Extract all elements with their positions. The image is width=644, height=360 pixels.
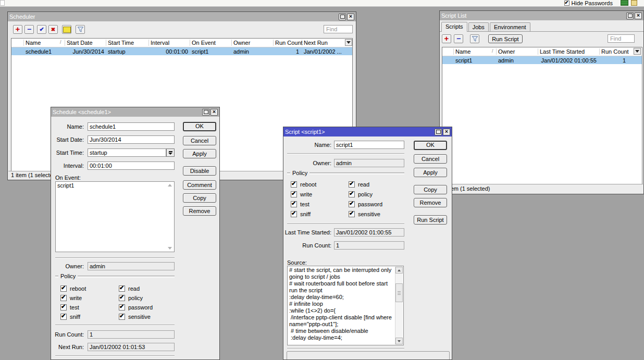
- name-field[interactable]: schedule1: [88, 122, 175, 131]
- close-button[interactable]: [347, 14, 354, 20]
- remove-button[interactable]: Remove: [183, 206, 216, 216]
- add-button[interactable]: [13, 25, 22, 34]
- add-button[interactable]: [442, 34, 451, 43]
- start-date-field[interactable]: Jun/30/2014: [88, 135, 175, 144]
- policy-checkbox-reboot[interactable]: reboot: [60, 285, 86, 292]
- checkbox-checked-icon[interactable]: [119, 314, 125, 320]
- close-button[interactable]: [210, 109, 218, 116]
- run-script-button[interactable]: Run Script: [414, 215, 447, 225]
- column-header-name[interactable]: Name: [455, 48, 470, 55]
- checkbox-checked-icon[interactable]: [291, 191, 297, 197]
- scrollbar-thumb[interactable]: [395, 283, 403, 302]
- disable-button[interactable]: [48, 25, 58, 34]
- policy-checkbox-read[interactable]: read: [119, 285, 140, 292]
- policy-checkbox-test[interactable]: test: [291, 201, 309, 207]
- policy-checkbox-sniff[interactable]: sniff: [60, 313, 80, 320]
- scheduler-titlebar[interactable]: Scheduler: [8, 12, 356, 21]
- script-dialog-titlebar[interactable]: Script <script1>: [283, 127, 452, 136]
- filter-button[interactable]: [76, 25, 85, 34]
- policy-checkbox-test[interactable]: test: [60, 304, 79, 311]
- checkbox-checked-icon[interactable]: [119, 295, 125, 301]
- policy-checkbox-policy[interactable]: policy: [119, 294, 143, 301]
- tab-environment[interactable]: Environment: [490, 22, 530, 31]
- tab-scripts[interactable]: Scripts: [441, 22, 467, 32]
- checkbox-checked-icon[interactable]: [349, 211, 355, 217]
- disable-button[interactable]: Disable: [183, 166, 216, 176]
- script-list-titlebar[interactable]: Script List: [440, 11, 643, 20]
- on-event-textarea[interactable]: script1: [55, 181, 175, 252]
- cancel-button[interactable]: Cancel: [183, 136, 216, 145]
- scroll-down-button[interactable]: [395, 338, 403, 344]
- policy-checkbox-read[interactable]: read: [349, 181, 369, 188]
- column-header-name[interactable]: Name: [26, 40, 41, 46]
- column-header-next-run[interactable]: Next Run: [304, 40, 328, 46]
- policy-checkbox-password[interactable]: password: [349, 201, 382, 207]
- ok-button[interactable]: OK: [414, 141, 447, 150]
- enable-button[interactable]: [37, 25, 46, 34]
- lock-icon[interactable]: [631, 0, 637, 6]
- find-input[interactable]: [324, 25, 353, 33]
- checkbox-checked-icon[interactable]: [349, 191, 355, 197]
- remove-button[interactable]: [24, 25, 34, 34]
- policy-checkbox-write[interactable]: write: [291, 191, 312, 197]
- checkbox-checked-icon[interactable]: [60, 285, 67, 292]
- apply-button[interactable]: Apply: [414, 168, 447, 177]
- column-header-run-count[interactable]: Run Count: [275, 40, 303, 46]
- close-button[interactable]: [635, 13, 642, 19]
- hide-passwords-checkbox[interactable]: [564, 1, 569, 6]
- ok-button[interactable]: OK: [183, 122, 216, 131]
- comment-button[interactable]: [62, 25, 71, 34]
- checkbox-checked-icon[interactable]: [349, 181, 355, 188]
- column-chooser-button[interactable]: [634, 48, 641, 55]
- remove-button[interactable]: [454, 34, 463, 43]
- schedule-dialog-titlebar[interactable]: Schedule <schedule1>: [51, 107, 219, 117]
- maximize-button[interactable]: [202, 109, 209, 116]
- policy-checkbox-sensitive[interactable]: sensitive: [119, 313, 151, 320]
- checkbox-checked-icon[interactable]: [119, 285, 125, 292]
- policy-checkbox-write[interactable]: write: [60, 294, 82, 301]
- policy-checkbox-sensitive[interactable]: sensitive: [349, 210, 380, 217]
- copy-button[interactable]: Copy: [183, 193, 216, 203]
- filter-button[interactable]: [470, 34, 479, 43]
- name-field[interactable]: script1: [334, 141, 404, 149]
- comment-button[interactable]: Comment: [183, 180, 216, 190]
- scroll-up-button[interactable]: [395, 267, 403, 274]
- checkbox-checked-icon[interactable]: [349, 201, 355, 207]
- cancel-button[interactable]: Cancel: [414, 154, 447, 164]
- scroll-up-icon[interactable]: [168, 184, 172, 187]
- maximize-button[interactable]: [339, 14, 346, 20]
- start-time-field[interactable]: startup: [88, 148, 166, 157]
- checkbox-checked-icon[interactable]: [291, 211, 297, 217]
- maximize-button[interactable]: [435, 129, 442, 135]
- column-header-start-date[interactable]: Start Date: [67, 40, 93, 46]
- column-header-last-time-started[interactable]: Last Time Started: [540, 48, 585, 55]
- column-header-owner[interactable]: Owner: [498, 48, 515, 55]
- interval-field[interactable]: 00:01:00: [88, 162, 175, 170]
- source-editor[interactable]: # start the script, can be interrupted o…: [287, 266, 404, 345]
- table-row-script1[interactable]: script1 admin Jan/01/2002 01:00:55 1: [442, 56, 642, 64]
- find-input[interactable]: [608, 34, 635, 43]
- policy-checkbox-policy[interactable]: policy: [349, 191, 373, 197]
- column-header-interval[interactable]: Interval: [151, 40, 169, 46]
- column-header-start-time[interactable]: Start Time: [108, 40, 134, 46]
- checkbox-checked-icon[interactable]: [60, 295, 67, 301]
- policy-checkbox-password[interactable]: password: [119, 304, 153, 311]
- column-chooser-button[interactable]: [345, 39, 352, 46]
- start-time-dropdown-button[interactable]: [166, 148, 175, 157]
- checkbox-checked-icon[interactable]: [119, 304, 125, 311]
- column-header-on-event[interactable]: On Event: [192, 40, 216, 46]
- scroll-down-icon[interactable]: [168, 247, 172, 250]
- table-row-schedule1[interactable]: schedule1 Jun/30/2014 startup 00:01:00 s…: [11, 47, 352, 55]
- copy-button[interactable]: Copy: [414, 185, 447, 194]
- apply-button[interactable]: Apply: [183, 149, 216, 158]
- checkbox-checked-icon[interactable]: [60, 304, 67, 311]
- column-header-owner[interactable]: Owner: [233, 40, 250, 46]
- checkbox-checked-icon[interactable]: [291, 201, 297, 207]
- safe-mode-icon[interactable]: [621, 0, 628, 6]
- remove-button[interactable]: Remove: [414, 198, 447, 207]
- hide-passwords-toggle[interactable]: Hide Passwords: [564, 0, 613, 6]
- checkbox-checked-icon[interactable]: [60, 314, 67, 320]
- checkbox-checked-icon[interactable]: [291, 181, 297, 188]
- run-script-button[interactable]: Run Script: [488, 34, 523, 43]
- maximize-button[interactable]: [626, 13, 634, 19]
